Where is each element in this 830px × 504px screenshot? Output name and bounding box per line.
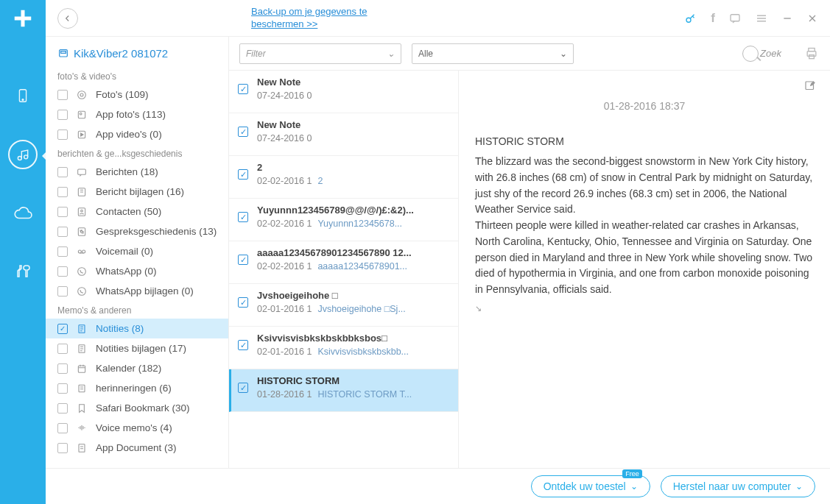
checkbox[interactable]: ✓	[57, 324, 68, 334]
search-input[interactable]: Zoek	[742, 46, 781, 62]
sidebar-item-label: Notities (8)	[96, 323, 144, 334]
checkbox[interactable]	[57, 187, 68, 197]
sidebar-item[interactable]: App foto's (113)	[46, 104, 228, 124]
sidebar-item-label: Contacten (50)	[96, 206, 161, 217]
filter-dropdown[interactable]: Filter ⌄	[239, 43, 401, 64]
restore-computer-button[interactable]: Herstel naar uw computer ⌄	[661, 475, 815, 497]
back-button[interactable]	[57, 8, 78, 29]
sidebar-item[interactable]: Foto's (109)	[46, 85, 228, 104]
print-icon[interactable]	[803, 46, 820, 62]
sidebar-item[interactable]: herinneringen (6)	[46, 378, 228, 398]
attach-icon	[75, 185, 88, 199]
sidebar-item[interactable]: App video's (0)	[46, 124, 228, 144]
sidebar-item[interactable]: ✓Notities (8)	[46, 319, 228, 338]
note-row[interactable]: ✓Yuyunnn123456789@@/@/)£:&2)...02-02-201…	[229, 199, 458, 241]
note-row[interactable]: ✓New Note07-24-2016 0	[229, 113, 458, 156]
folder-icon	[57, 48, 69, 60]
note-meta: 02-01-2016 1Ksivvisvisbkskbskbb...	[257, 347, 452, 357]
voicemail-icon	[75, 245, 88, 258]
svg-rect-24	[78, 366, 85, 372]
close-icon[interactable]	[806, 13, 818, 24]
chevron-down-icon: ⌄	[387, 49, 395, 59]
note-meta: 01-28-2016 1HISTORIC STORM T...	[257, 389, 452, 400]
checkbox[interactable]	[57, 363, 68, 374]
checkbox[interactable]: ✓	[238, 212, 248, 222]
backup-link[interactable]: Back-up om je gegevens te beschermen >>	[251, 6, 376, 31]
rail-device-icon[interactable]	[8, 81, 38, 110]
sidebar-item[interactable]: Voice memo's (4)	[46, 418, 228, 438]
sidebar-item[interactable]: Gespreksgeschiedenis (13)	[46, 221, 228, 241]
sidebar-item[interactable]: Voicemail (0)	[46, 241, 228, 261]
sidebar-item-label: Safari Bookmark (30)	[96, 402, 190, 414]
svg-point-16	[81, 210, 83, 212]
svg-rect-25	[79, 385, 85, 391]
sidebar-item-label: App foto's (113)	[96, 109, 166, 120]
note-row[interactable]: ✓aaaaa12345678901234567890 12...02-02-20…	[229, 241, 458, 284]
checkbox[interactable]	[57, 129, 68, 140]
note-row[interactable]: ✓Ksivvisvisbkskbskbbksbos□02-01-2016 1Ks…	[229, 327, 458, 369]
sidebar-item[interactable]: Notities bijlagen (17)	[46, 338, 228, 358]
checkbox[interactable]	[57, 266, 68, 277]
svg-point-3	[24, 155, 28, 159]
key-icon[interactable]	[684, 12, 697, 25]
note-meta: 07-24-2016 0	[257, 90, 452, 101]
sidebar-item[interactable]: Contacten (50)	[46, 202, 228, 221]
voice-icon	[75, 422, 88, 435]
rail-tools-icon[interactable]	[8, 258, 38, 287]
sidebar-item[interactable]: App Document (3)	[46, 438, 228, 458]
checkbox[interactable]	[57, 423, 68, 433]
checkbox[interactable]	[57, 403, 68, 414]
note-row[interactable]: ✓New Note07-24-2016 0	[229, 71, 458, 113]
checkbox[interactable]	[57, 443, 68, 453]
note-meta: 02-02-2016 1Yuyunnn12345678...	[257, 219, 452, 229]
minimize-icon[interactable]	[781, 13, 793, 24]
footer: Free Ontdek uw toestel ⌄ Herstel naar uw…	[46, 468, 830, 504]
checkbox[interactable]	[57, 90, 68, 100]
checkbox[interactable]: ✓	[238, 297, 248, 308]
facebook-icon[interactable]: f	[711, 11, 715, 26]
note-row[interactable]: ✓Jvshoeigeihohe □02-01-2016 1Jvshoeigeih…	[229, 284, 458, 327]
sidebar-item-label: Kalender (182)	[96, 363, 161, 374]
checkbox[interactable]	[57, 207, 68, 217]
sidebar-item[interactable]: WhatsApp (0)	[46, 261, 228, 281]
sidebar-item[interactable]: Bericht bijlagen (16)	[46, 182, 228, 202]
sidebar-item[interactable]: WhatsApp bijlagen (0)	[46, 281, 228, 301]
checkbox[interactable]	[57, 383, 68, 394]
checkbox[interactable]: ✓	[238, 84, 248, 94]
note-row[interactable]: ✓202-02-2016 12	[229, 156, 458, 199]
free-badge: Free	[622, 469, 642, 478]
note-title: HISTORIC STORM	[257, 375, 452, 386]
checkbox[interactable]: ✓	[238, 255, 248, 265]
sidebar-item-label: WhatsApp (0)	[96, 266, 157, 277]
checkbox[interactable]: ✓	[238, 383, 248, 393]
svg-point-4	[686, 18, 691, 22]
note-row[interactable]: ✓HISTORIC STORM01-28-2016 1HISTORIC STOR…	[229, 369, 458, 412]
main-area: Filter ⌄ Alle ⌄ Zoek ✓New Note07-24-2016…	[229, 37, 830, 468]
checkbox[interactable]	[57, 246, 68, 257]
checkbox[interactable]	[57, 286, 68, 297]
edit-icon[interactable]	[803, 79, 817, 93]
checkbox[interactable]: ✓	[238, 340, 248, 350]
checkbox[interactable]	[57, 167, 68, 177]
checkbox[interactable]	[57, 344, 68, 354]
svg-rect-7	[61, 51, 66, 53]
chevron-down-icon: ⌄	[630, 481, 638, 491]
gallery2-icon	[75, 108, 88, 121]
note-paragraph: The blizzard was the second-biggest snow…	[475, 154, 814, 218]
checkbox[interactable]	[57, 227, 68, 237]
sidebar-item[interactable]: Safari Bookmark (30)	[46, 398, 228, 418]
rail-music-icon[interactable]	[8, 140, 38, 169]
left-rail	[0, 0, 46, 504]
checkbox[interactable]: ✓	[238, 169, 248, 180]
feedback-icon[interactable]	[728, 12, 742, 25]
checkbox[interactable]: ✓	[238, 127, 248, 137]
menu-icon[interactable]	[755, 12, 768, 25]
sidebar-item[interactable]: Kalender (182)	[46, 358, 228, 378]
sidebar-item[interactable]: Berichten (18)	[46, 162, 228, 182]
all-dropdown[interactable]: Alle ⌄	[412, 43, 574, 64]
rail-cloud-icon[interactable]	[8, 199, 38, 228]
note-meta: 07-24-2016 0	[257, 133, 452, 143]
discover-device-button[interactable]: Free Ontdek uw toestel ⌄	[531, 475, 650, 497]
topbar: Back-up om je gegevens te beschermen >> …	[46, 0, 830, 37]
checkbox[interactable]	[57, 110, 68, 120]
